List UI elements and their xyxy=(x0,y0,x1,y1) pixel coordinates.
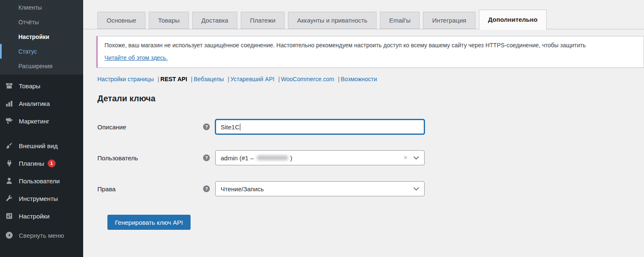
sidebar-item-label: Инструменты xyxy=(19,195,58,202)
subnav-page-setup-link[interactable]: Настройки страницы xyxy=(97,76,154,82)
admin-main-menu: Товары Аналитика Маркетинг Внешний вид xyxy=(0,75,83,244)
chevron-down-icon xyxy=(413,187,419,191)
subnav-separator: | xyxy=(338,76,340,82)
tab-payments[interactable]: Платежи xyxy=(241,12,285,29)
users-person-icon xyxy=(5,177,13,185)
description-input-value: Site1C xyxy=(221,123,239,131)
user-row: Пользователь ? admin (#1 – ) × xyxy=(97,150,644,165)
permissions-label: Права xyxy=(97,185,203,193)
sidebar-item-marketing[interactable]: Маркетинг xyxy=(0,112,83,130)
sidebar-item-plugins[interactable]: Плагины 1 xyxy=(0,154,83,172)
description-label: Описание xyxy=(97,123,203,131)
sidebar-item-label: Аналитика xyxy=(19,100,50,107)
menu-separator xyxy=(0,130,83,137)
sidebar-item-label: Настройки xyxy=(19,213,50,220)
description-input[interactable]: Site1C xyxy=(215,119,425,134)
sidebar-item-label: Маркетинг xyxy=(19,118,49,125)
subnav-separator: | xyxy=(228,76,229,82)
analytics-bars-icon xyxy=(5,99,13,108)
sidebar-item-label: Плагины xyxy=(19,160,44,167)
tab-shipping[interactable]: Доставка xyxy=(192,12,237,29)
sidebar-item-customers[interactable]: Клиенты xyxy=(0,0,83,15)
generate-api-key-button[interactable]: Генерировать ключ API xyxy=(107,215,191,230)
subnav-separator: | xyxy=(158,76,159,82)
sidebar-item-analytics[interactable]: Аналитика xyxy=(0,95,83,112)
settings-subnav: Настройки страницы|REST API|Вебзацепы|Ус… xyxy=(97,76,644,82)
subnav-woocommerce-com-link[interactable]: WooCommerce.com xyxy=(281,76,334,82)
user-select[interactable]: admin (#1 – ) × xyxy=(215,150,425,165)
plugins-plug-icon xyxy=(5,159,13,167)
notice-message: Похоже, ваш магазин не использует защищё… xyxy=(104,41,637,50)
tab-emails[interactable]: Email'ы xyxy=(380,12,420,29)
text-cursor xyxy=(240,123,240,131)
sidebar-item-settings[interactable]: Настройки xyxy=(0,207,83,225)
user-value-prefix: admin (#1 – xyxy=(221,154,254,162)
sidebar-item-reports[interactable]: Отчёты xyxy=(0,15,83,29)
sidebar-item-appearance[interactable]: Внешний вид xyxy=(0,137,83,154)
tools-wrench-icon xyxy=(5,194,13,203)
subnav-webhooks-link[interactable]: Вебзацепы xyxy=(193,76,224,82)
collapse-menu-button[interactable]: Свернуть меню xyxy=(0,226,83,244)
user-label: Пользователь xyxy=(97,154,203,162)
key-details-title: Детали ключа xyxy=(97,94,644,103)
settings-sliders-icon xyxy=(5,212,13,220)
tab-integration[interactable]: Интеграция xyxy=(423,12,475,29)
permissions-select[interactable]: Чтение/Запись xyxy=(215,181,425,196)
permissions-row: Права ? Чтение/Запись xyxy=(97,181,644,196)
user-value-suffix: ) xyxy=(290,154,292,162)
sidebar-item-status[interactable]: Статус xyxy=(0,44,83,59)
subnav-separator: | xyxy=(278,76,280,82)
subnav-features-link[interactable]: Возможности xyxy=(341,76,377,82)
sidebar-item-label: Товары xyxy=(19,82,41,90)
sidebar-item-label: Пользователи xyxy=(19,177,60,185)
sidebar-item-extensions[interactable]: Расширения xyxy=(0,59,83,73)
tab-accounts-privacy[interactable]: Аккаунты и приватность xyxy=(288,12,377,29)
collapse-menu-label: Свернуть меню xyxy=(19,232,64,239)
sidebar-item-settings-current[interactable]: Настройки xyxy=(0,29,83,44)
help-icon[interactable]: ? xyxy=(203,185,210,192)
settings-tab-bar: Основные Товары Доставка Платежи Аккаунт… xyxy=(83,0,644,29)
https-warning-notice: Похоже, ваш магазин не использует защищё… xyxy=(96,36,644,68)
redacted-email-blur xyxy=(257,155,288,160)
clear-selection-icon[interactable]: × xyxy=(404,154,407,161)
woocommerce-submenu: Клиенты Отчёты Настройки Статус Расширен… xyxy=(0,0,83,75)
help-icon[interactable]: ? xyxy=(203,154,210,161)
notice-read-more-link[interactable]: Читайте об этом здесь. xyxy=(104,53,168,62)
sidebar-item-users[interactable]: Пользователи xyxy=(0,172,83,190)
woocommerce-settings-page: Клиенты Отчёты Настройки Статус Расширен… xyxy=(0,0,644,257)
tab-advanced-active[interactable]: Дополнительно xyxy=(479,10,547,30)
marketing-megaphone-icon xyxy=(5,117,13,125)
user-select-value: admin (#1 – ) xyxy=(221,154,404,162)
settings-content: Основные Товары Доставка Платежи Аккаунт… xyxy=(83,0,644,257)
subnav-legacy-api-link[interactable]: Устаревший API xyxy=(230,76,274,82)
collapse-arrow-icon xyxy=(5,231,13,239)
key-details-form: Описание ? Site1C Пользователь ? admin (… xyxy=(97,119,644,230)
help-icon[interactable]: ? xyxy=(203,123,210,130)
plugins-update-badge: 1 xyxy=(48,159,56,167)
description-row: Описание ? Site1C xyxy=(97,119,644,134)
appearance-brush-icon xyxy=(5,141,13,150)
subnav-rest-api-current: REST API xyxy=(160,76,187,82)
subnav-separator: | xyxy=(191,76,193,82)
products-box-icon xyxy=(5,82,13,90)
chevron-down-icon xyxy=(413,156,419,160)
sidebar-item-products[interactable]: Товары xyxy=(0,77,83,95)
admin-sidebar: Клиенты Отчёты Настройки Статус Расширен… xyxy=(0,0,83,257)
sidebar-item-label: Внешний вид xyxy=(19,142,58,149)
tab-products[interactable]: Товары xyxy=(149,12,189,29)
permissions-select-value: Чтение/Запись xyxy=(221,185,413,193)
tab-general[interactable]: Основные xyxy=(97,12,145,29)
sidebar-item-tools[interactable]: Инструменты xyxy=(0,190,83,207)
